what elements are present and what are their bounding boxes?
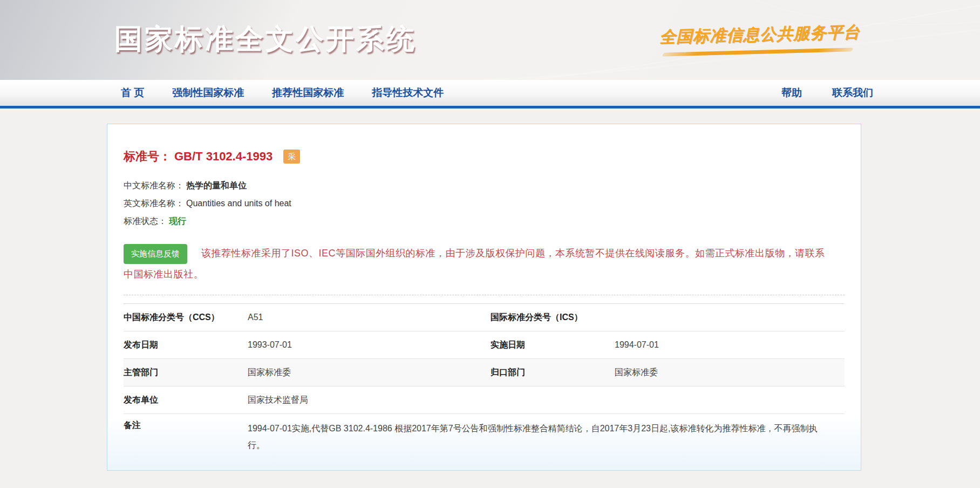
platform-logo-underline xyxy=(662,48,854,56)
dashed-divider xyxy=(124,295,845,295)
status-line: 标准状态：现行 xyxy=(124,212,845,230)
implement-date-value: 1994-07-01 xyxy=(615,340,845,350)
copyright-notice-row: 实施信息反馈该推荐性标准采用了ISO、IEC等国际国外组织的标准，由于涉及版权保… xyxy=(124,243,845,285)
nav-item-contact-us[interactable]: 联系我们 xyxy=(832,86,873,100)
table-row: 中国标准分类号（CCS） A51 国际标准分类号（ICS） xyxy=(124,304,845,331)
status-badge: 现行 xyxy=(169,216,186,226)
chinese-name-label: 中文标准名称： xyxy=(124,181,184,190)
nav-item-recommended-standards[interactable]: 推荐性国家标准 xyxy=(272,86,344,100)
table-row: 备注 1994-07-01实施,代替GB 3102.4-1986 根据2017年… xyxy=(124,414,845,460)
implement-date-label: 实施日期 xyxy=(491,340,615,351)
issuing-unit-label: 发布单位 xyxy=(124,395,248,406)
main-content: 标准号： GB/T 3102.4-1993 采 中文标准名称：热学的量和单位 英… xyxy=(0,109,980,471)
platform-logo-text: 全国标准信息公共服务平台 xyxy=(659,21,861,49)
remarks-label: 备注 xyxy=(124,420,248,431)
nav-item-guiding-documents[interactable]: 指导性技术文件 xyxy=(372,86,444,100)
english-name-line: 英文标准名称：Quantities and units of heat xyxy=(124,194,845,212)
remarks-value: 1994-07-01实施,代替GB 3102.4-1986 根据2017年第7号… xyxy=(248,420,828,453)
admin-dept-value: 国家标准委 xyxy=(248,367,491,378)
standard-info-block: 中文标准名称：热学的量和单位 英文标准名称：Quantities and uni… xyxy=(124,177,845,230)
standard-attributes-table: 中国标准分类号（CCS） A51 国际标准分类号（ICS） 发布日期 1993-… xyxy=(124,303,845,460)
nav-right-group: 帮助 联系我们 xyxy=(781,86,873,100)
chinese-name-value: 热学的量和单位 xyxy=(186,181,247,190)
platform-logo[interactable]: 全国标准信息公共服务平台 xyxy=(659,24,860,54)
nav-item-home[interactable]: 首 页 xyxy=(121,86,144,100)
copyright-notice-text: 该推荐性标准采用了ISO、IEC等国际国外组织的标准，由于涉及版权保护问题，本系… xyxy=(124,248,825,280)
ccs-value: A51 xyxy=(248,313,491,322)
implementation-feedback-button[interactable]: 实施信息反馈 xyxy=(124,244,187,264)
site-header: 国家标准全文公开系统 全国标准信息公共服务平台 xyxy=(0,0,980,80)
table-row: 发布单位 国家技术监督局 xyxy=(124,387,845,414)
nav-left-group: 首 页 强制性国家标准 推荐性国家标准 指导性技术文件 xyxy=(121,86,444,100)
publish-date-label: 发布日期 xyxy=(124,340,248,351)
ics-label: 国际标准分类号（ICS） xyxy=(491,312,615,323)
english-name-value: Quantities and units of heat xyxy=(186,199,291,208)
table-row: 主管部门 国家标准委 归口部门 国家标准委 xyxy=(124,359,845,387)
nav-item-mandatory-standards[interactable]: 强制性国家标准 xyxy=(172,86,244,100)
centralized-dept-label: 归口部门 xyxy=(491,367,615,378)
english-name-label: 英文标准名称： xyxy=(124,199,184,208)
table-row: 发布日期 1993-07-01 实施日期 1994-07-01 xyxy=(124,331,845,359)
standard-number-row: 标准号： GB/T 3102.4-1993 采 xyxy=(124,148,845,165)
standard-number-label: 标准号： xyxy=(124,148,171,165)
status-label: 标准状态： xyxy=(124,216,167,226)
nav-item-help[interactable]: 帮助 xyxy=(781,86,802,100)
chinese-name-line: 中文标准名称：热学的量和单位 xyxy=(124,177,845,194)
admin-dept-label: 主管部门 xyxy=(124,367,248,378)
standard-number-value: GB/T 3102.4-1993 xyxy=(174,150,273,164)
site-title: 国家标准全文公开系统 xyxy=(114,21,417,58)
adopted-international-badge[interactable]: 采 xyxy=(283,150,300,164)
centralized-dept-value: 国家标准委 xyxy=(615,367,845,378)
ccs-label: 中国标准分类号（CCS） xyxy=(124,312,248,323)
publish-date-value: 1993-07-01 xyxy=(248,340,491,350)
main-nav: 首 页 强制性国家标准 推荐性国家标准 指导性技术文件 帮助 联系我们 xyxy=(0,80,980,106)
standard-detail-card: 标准号： GB/T 3102.4-1993 采 中文标准名称：热学的量和单位 英… xyxy=(107,124,861,471)
issuing-unit-value: 国家技术监督局 xyxy=(248,395,845,406)
